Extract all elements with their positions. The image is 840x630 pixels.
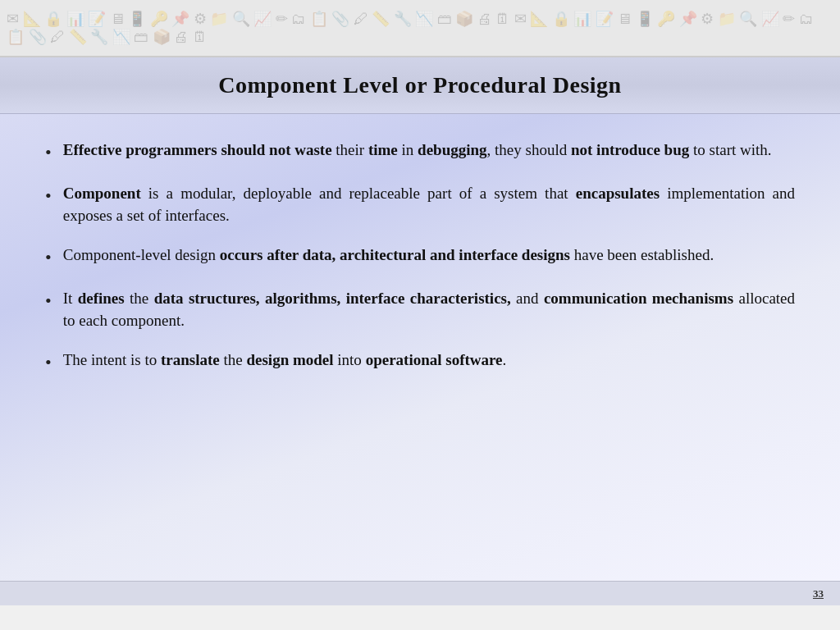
bullet-text-2: Component is a modular, deployable and r… — [63, 182, 795, 227]
slide-title: Component Level or Procedural Design — [33, 72, 807, 98]
bold-text: Component — [63, 185, 141, 202]
list-item: Effective programmers should not waste t… — [45, 139, 795, 166]
bold-text: communication mechanisms — [544, 290, 733, 307]
bullet-list: Effective programmers should not waste t… — [45, 139, 795, 376]
bullet-text-4: It defines the data structures, algorith… — [63, 287, 795, 332]
title-bar: Component Level or Procedural Design — [0, 57, 840, 114]
list-item: It defines the data structures, algorith… — [45, 287, 795, 332]
bottom-bar: 33 — [0, 581, 840, 605]
bold-text: debugging — [418, 141, 486, 158]
bold-text: translate — [161, 351, 220, 368]
slide: Component Level or Procedural Design Eff… — [0, 57, 840, 605]
bold-text: encapsulates — [576, 185, 660, 202]
bullet-text-1: Effective programmers should not waste t… — [63, 139, 795, 162]
bold-text: time — [368, 141, 398, 158]
list-item: The intent is to translate the design mo… — [45, 349, 795, 376]
top-border-pattern: ✉ 📐 🔒 📊 📝 🖥 📱 🔑 📌 ⚙ 📁 🔍 📈 ✏ 🗂 📋 📎 🖊 📏 🔧 … — [0, 0, 840, 56]
bold-text: occurs after data, architectural and int… — [220, 246, 570, 263]
list-item: Component is a modular, deployable and r… — [45, 182, 795, 227]
bold-text: defines — [78, 290, 125, 307]
bold-text: operational software — [366, 351, 503, 368]
list-item: Component-level design occurs after data… — [45, 244, 795, 271]
content-area: Effective programmers should not waste t… — [0, 114, 840, 409]
bold-text: design model — [246, 351, 333, 368]
bold-text: data structures, algorithms, interface c… — [154, 290, 511, 307]
bullet-text-5: The intent is to translate the design mo… — [63, 349, 795, 372]
bold-text: Effective programmers should not waste — [63, 141, 332, 158]
page-number: 33 — [813, 587, 824, 600]
top-border: ✉ 📐 🔒 📊 📝 🖥 📱 🔑 📌 ⚙ 📁 🔍 📈 ✏ 🗂 📋 📎 🖊 📏 🔧 … — [0, 0, 840, 57]
bold-text: not introduce bug — [571, 141, 689, 158]
bullet-text-3: Component-level design occurs after data… — [63, 244, 795, 267]
